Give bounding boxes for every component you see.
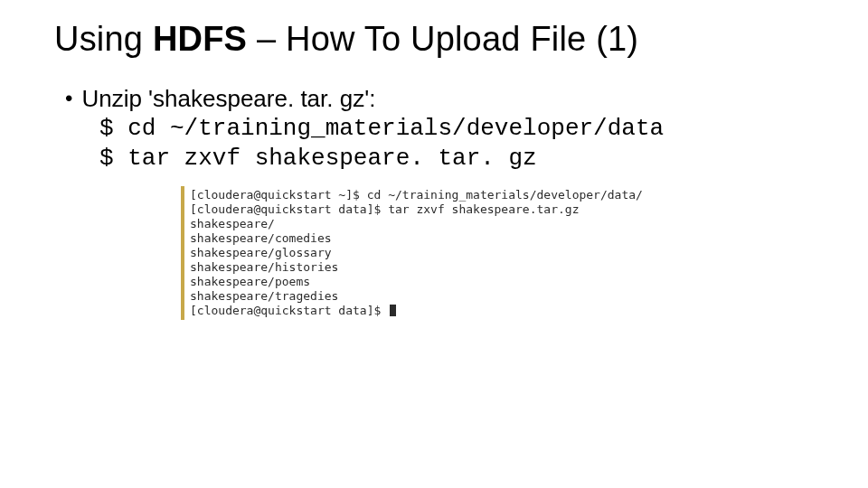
content-area: • Unzip 'shakespeare. tar. gz': $ cd ~/t… bbox=[54, 84, 814, 320]
slide: Using HDFS – How To Upload File (1) • Un… bbox=[0, 0, 868, 488]
bullet-item: • Unzip 'shakespeare. tar. gz': bbox=[65, 84, 814, 114]
terminal-line: shakespeare/ bbox=[190, 217, 643, 231]
terminal-line: shakespeare/poems bbox=[190, 275, 643, 289]
terminal-line: [cloudera@quickstart ~]$ cd ~/training_m… bbox=[190, 188, 643, 202]
terminal-prompt-line: [cloudera@quickstart data]$ bbox=[190, 304, 643, 318]
terminal-line: shakespeare/glossary bbox=[190, 246, 643, 260]
title-bold: HDFS bbox=[153, 20, 247, 58]
title-pre: Using bbox=[54, 20, 153, 58]
command-block: $ cd ~/training_materials/developer/data… bbox=[99, 114, 814, 174]
command-line-1: $ cd ~/training_materials/developer/data bbox=[99, 115, 664, 142]
title-post: – How To Upload File (1) bbox=[247, 20, 638, 58]
terminal-body: [cloudera@quickstart ~]$ cd ~/training_m… bbox=[184, 186, 648, 320]
bullet-text: Unzip 'shakespeare. tar. gz': bbox=[81, 84, 375, 114]
terminal-line: [cloudera@quickstart data]$ tar zxvf sha… bbox=[190, 202, 643, 217]
terminal-prompt: [cloudera@quickstart data]$ bbox=[190, 304, 388, 317]
terminal-line: shakespeare/tragedies bbox=[190, 289, 643, 304]
cursor-icon bbox=[390, 305, 396, 316]
bullet-dot-icon: • bbox=[65, 84, 72, 112]
terminal: [cloudera@quickstart ~]$ cd ~/training_m… bbox=[181, 186, 814, 320]
terminal-line: shakespeare/comedies bbox=[190, 231, 643, 246]
terminal-screenshot: [cloudera@quickstart ~]$ cd ~/training_m… bbox=[181, 186, 814, 320]
slide-title: Using HDFS – How To Upload File (1) bbox=[54, 20, 814, 59]
command-line-2: $ tar zxvf shakespeare. tar. gz bbox=[99, 145, 537, 172]
terminal-line: shakespeare/histories bbox=[190, 260, 643, 275]
